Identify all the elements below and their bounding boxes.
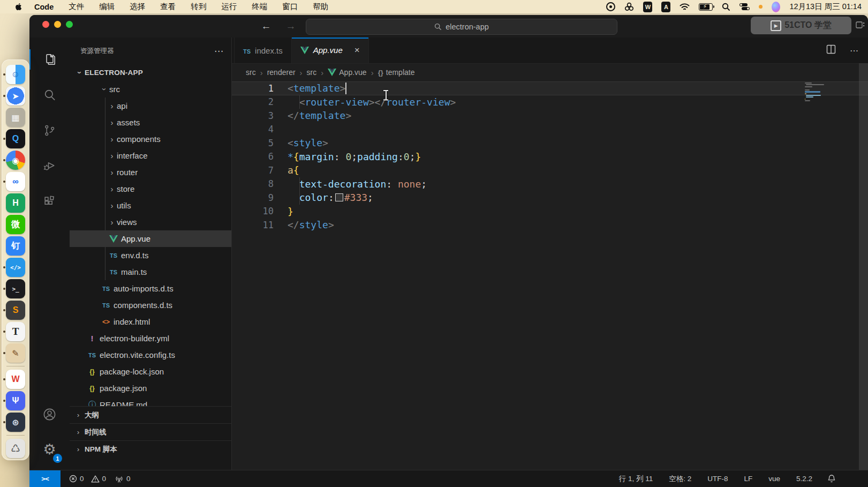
wps-menu-icon[interactable]: W — [643, 2, 652, 12]
editor-more-actions-icon[interactable]: ⋯ — [850, 46, 858, 56]
dock-item-quicktime[interactable]: Q — [2, 128, 29, 149]
tree-item-router[interactable]: ›router — [70, 164, 231, 181]
dock-item-sublime-text[interactable]: S — [2, 299, 29, 321]
code-line-5[interactable]: 5<style> — [232, 136, 868, 150]
code-area[interactable]: 1<template>2 <router-view></router-view>… — [232, 81, 868, 470]
tree-item-readme-md[interactable]: ⓘREADME.md — [70, 396, 231, 406]
code-line-1[interactable]: 1<template> — [232, 81, 868, 95]
activity-run-debug[interactable] — [29, 148, 70, 183]
dock-item-safari[interactable]: ➤ — [2, 85, 29, 107]
tab-close-icon[interactable]: × — [354, 45, 360, 56]
tree-item-app-vue[interactable]: App.vue — [70, 230, 231, 247]
maximize-window-button[interactable] — [66, 21, 73, 28]
status-item-0[interactable]: 行 1, 列 11 — [619, 474, 653, 484]
tab-index-ts[interactable]: TSindex.ts — [234, 38, 292, 63]
tree-item-electron-vite-config-ts[interactable]: TSelectron.vite.config.ts — [70, 347, 231, 363]
menu-item-0[interactable]: 文件 — [61, 2, 92, 12]
tree-item-components[interactable]: ›components — [70, 131, 231, 147]
apple-menu-icon[interactable] — [11, 3, 27, 11]
command-center-search[interactable]: electron-app — [306, 19, 617, 35]
dock-item-360-browser[interactable]: ∞ — [2, 171, 29, 192]
remote-indicator[interactable]: >< — [29, 470, 61, 487]
panel-0[interactable]: ›大纲 — [70, 406, 231, 423]
tree-item-package-json[interactable]: {}package.json — [70, 380, 231, 396]
wifi-icon[interactable] — [680, 2, 690, 12]
dock-item-launchpad[interactable]: ▦ — [2, 107, 29, 128]
dock-item-trash[interactable]: ♺ — [2, 438, 29, 459]
code-line-3[interactable]: 3</template> — [232, 109, 868, 123]
dock-item-chrome[interactable]: ◉ — [2, 149, 29, 171]
control-center-icon[interactable] — [739, 2, 750, 12]
code-line-4[interactable]: 4 — [232, 123, 868, 137]
editor-scrollbar[interactable] — [859, 63, 868, 470]
breadcrumb-item-1[interactable]: renderer — [267, 68, 296, 77]
dock-item-hbuilder[interactable]: H — [2, 192, 29, 214]
record-icon[interactable] — [606, 2, 615, 12]
breadcrumb-item-3[interactable]: App.vue — [328, 68, 366, 77]
dock-item-finder[interactable]: ☺ — [2, 64, 29, 85]
menu-item-8[interactable]: 帮助 — [305, 2, 336, 12]
close-window-button[interactable] — [42, 21, 49, 28]
dock-item-textedit[interactable]: T — [2, 321, 29, 342]
panel-1[interactable]: ›时间线 — [70, 423, 231, 440]
notifications-bell-icon[interactable] — [827, 474, 836, 483]
tab-app-vue[interactable]: App.vue× — [292, 38, 369, 63]
tree-item-api[interactable]: ›api — [70, 98, 231, 114]
activity-account[interactable] — [29, 396, 70, 432]
tree-item-main-ts[interactable]: TSmain.ts — [70, 264, 231, 280]
activity-search[interactable] — [29, 77, 70, 113]
code-line-2[interactable]: 2 <router-view></router-view> — [232, 95, 868, 109]
panel-2[interactable]: ›NPM 脚本 — [70, 440, 231, 458]
breadcrumb-item-0[interactable]: src — [246, 68, 256, 77]
menu-item-7[interactable]: 窗口 — [275, 2, 305, 12]
customize-layout-icon[interactable] — [856, 21, 865, 33]
code-line-11[interactable]: 11</style> — [232, 218, 868, 232]
code-line-7[interactable]: 7a{ — [232, 163, 868, 177]
back-arrow-icon[interactable]: ← — [260, 19, 273, 33]
dock-item-wechat[interactable]: 微 — [2, 214, 29, 235]
sidebar-more-actions[interactable]: ⋯ — [214, 46, 224, 57]
menu-item-2[interactable]: 选择 — [122, 2, 153, 12]
status-item-4[interactable]: vue — [768, 475, 780, 483]
tree-item-components-d-ts[interactable]: TScomponents.d.ts — [70, 297, 231, 313]
dock-item-wps-office[interactable]: W — [2, 369, 29, 390]
code-line-10[interactable]: 10} — [232, 205, 868, 219]
dock-item-dingtalk[interactable]: 钉 — [2, 235, 29, 257]
activity-source-control[interactable] — [29, 113, 70, 148]
tree-item-auto-imports-d-ts[interactable]: TSauto-imports.d.ts — [70, 280, 231, 297]
cluster-icon[interactable] — [624, 2, 634, 12]
menu-app-name[interactable]: Code — [27, 3, 61, 11]
menu-item-1[interactable]: 编辑 — [92, 2, 122, 12]
tree-item-electron-builder-yml[interactable]: !electron-builder.yml — [70, 330, 231, 347]
battery-icon[interactable]: ⚡ — [699, 2, 713, 12]
tree-item-store[interactable]: ›store — [70, 181, 231, 197]
minimap[interactable] — [805, 83, 833, 102]
menu-item-4[interactable]: 转到 — [183, 2, 214, 12]
siri-icon[interactable] — [772, 2, 780, 12]
code-line-6[interactable]: 6*{margin: 0;padding:0;} — [232, 150, 868, 164]
tree-item-assets[interactable]: ›assets — [70, 114, 231, 131]
tree-item-env-d-ts[interactable]: TSenv.d.ts — [70, 247, 231, 264]
activity-extensions[interactable] — [29, 183, 70, 219]
dock-item-atom-app[interactable]: ⊛ — [2, 411, 29, 433]
split-editor-icon[interactable] — [826, 44, 836, 56]
dock-item-paint-app[interactable]: ✎ — [2, 342, 29, 364]
code-line-9[interactable]: 9 color:#333; — [232, 191, 868, 205]
dock-item-vscode[interactable]: </> — [2, 257, 29, 278]
status-item-1[interactable]: 空格: 2 — [669, 474, 691, 484]
code-line-8[interactable]: 8 text-decoration: none; — [232, 177, 868, 191]
tree-item-src[interactable]: ›src — [70, 81, 231, 98]
status-item-2[interactable]: UTF-8 — [707, 475, 728, 483]
spotlight-icon[interactable] — [722, 2, 730, 12]
tree-item-package-lock-json[interactable]: {}package-lock.json — [70, 363, 231, 380]
ports-indicator[interactable]: 0 — [115, 475, 131, 483]
tree-item-index-html[interactable]: <>index.html — [70, 313, 231, 330]
dock-item-deer-vpn[interactable]: Ψ — [2, 390, 29, 411]
input-method-icon[interactable]: A — [661, 2, 670, 12]
breadcrumb-item-4[interactable]: {}template — [378, 68, 415, 77]
status-item-5[interactable]: 5.2.2 — [796, 475, 812, 483]
activity-settings[interactable]: ⚙1 — [29, 432, 70, 467]
minimize-window-button[interactable] — [54, 21, 61, 28]
status-item-3[interactable]: LF — [744, 475, 752, 483]
activity-explorer[interactable] — [29, 42, 70, 77]
